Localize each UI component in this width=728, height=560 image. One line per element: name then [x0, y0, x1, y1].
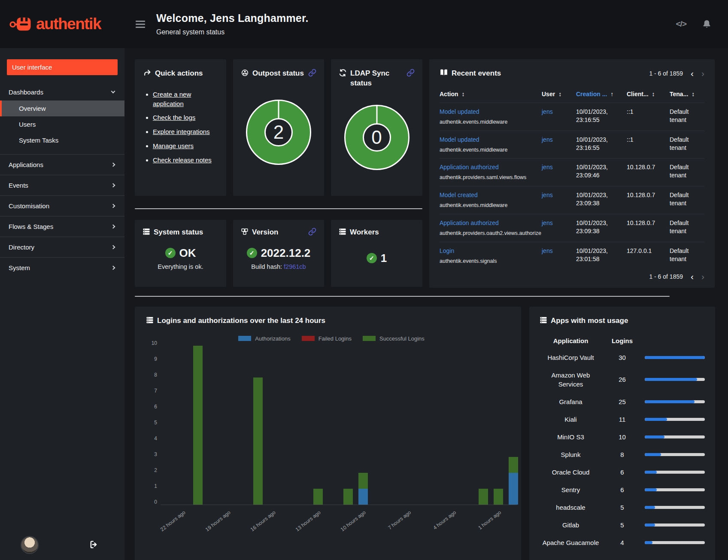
sidebar-section-events[interactable]: Events: [0, 175, 124, 195]
chart-bar-successful-logins: [358, 473, 368, 489]
hamburger-menu-icon[interactable]: [136, 21, 145, 28]
check-icon: ✓: [247, 248, 257, 258]
sidebar-item-overview[interactable]: Overview: [0, 100, 124, 116]
app-usage-row-oracle-cloud: Oracle Cloud6: [540, 463, 705, 481]
quick-action-link-check-the-logs[interactable]: Check the logs: [153, 114, 195, 121]
sort-icon: ↕: [652, 91, 655, 97]
event-context: authentik.events.middleware: [440, 202, 538, 209]
quick-action-link-create-a-new-application[interactable]: Create a new application: [153, 91, 191, 107]
app-logins-count: 6: [602, 469, 643, 476]
quick-action-link-manage-users[interactable]: Manage users: [153, 142, 194, 149]
app-usage-bar-track: [645, 453, 705, 456]
app-usage-bar-track: [645, 523, 705, 527]
app-logins-count: 26: [602, 376, 643, 383]
event-client-ip-cell: 10.128.0.7: [627, 186, 670, 214]
event-context: authentik.providers.saml.views.flows: [440, 174, 538, 181]
version-link-icon[interactable]: [308, 228, 316, 237]
quick-actions-title: Quick actions: [155, 69, 203, 79]
app-name: MinIO S3: [540, 432, 602, 441]
app-logins-count: 25: [602, 398, 643, 405]
sidebar-section-dashboards[interactable]: Dashboards: [0, 84, 124, 100]
system-status-title: System status: [154, 228, 203, 237]
event-action-link[interactable]: Model updated: [440, 136, 479, 143]
page-title: Welcome, Jens Langhammer.: [156, 12, 309, 24]
event-action-link[interactable]: Application authorized: [440, 219, 499, 226]
workers-value: 1: [381, 252, 387, 265]
event-action-link[interactable]: Model updated: [440, 108, 479, 115]
pagination-next-icon[interactable]: ›: [701, 274, 704, 280]
server-icon: [143, 228, 150, 235]
app-usage-bar-track: [645, 488, 705, 491]
notifications-bell-icon[interactable]: [702, 19, 712, 29]
quick-action-item: Check the logs: [153, 113, 218, 122]
app-usage-row-apache-guacamole: Apache Guacamole4: [540, 534, 705, 551]
sidebar-section-flows-stages[interactable]: Flows & Stages: [0, 216, 124, 237]
ldap-sync-value: 0: [346, 106, 408, 169]
event-user-link[interactable]: jens: [542, 247, 553, 254]
authentik-logo-icon: [9, 15, 33, 33]
event-user-cell: jens: [542, 158, 576, 186]
event-action-link[interactable]: Model created: [440, 192, 478, 198]
pagination-prev-icon[interactable]: ‹: [691, 274, 694, 280]
app-usage-bar-track: [645, 400, 705, 403]
app-logins-count: 5: [602, 504, 643, 511]
events-column-tena[interactable]: Tena...↕: [670, 87, 704, 103]
events-column-label: User: [542, 91, 555, 97]
chart-bar-successful-logins: [479, 489, 488, 505]
event-tenant-cell: Default tenant: [670, 186, 704, 214]
event-action-link[interactable]: Login: [440, 247, 454, 254]
quick-action-link-check-release-notes[interactable]: Check release notes: [153, 156, 212, 164]
event-action-link[interactable]: Application authorized: [440, 164, 499, 170]
sidebar-section-label: Applications: [9, 161, 43, 168]
sidebar-item-system-tasks[interactable]: System Tasks: [0, 132, 124, 148]
logins-chart-card: Logins and authorizations over the last …: [135, 307, 521, 560]
app-usage-row-hashicorp-vault: HashiCorp Vault30: [540, 349, 705, 366]
avatar[interactable]: [21, 537, 38, 553]
app-name: Oracle Cloud: [540, 468, 602, 477]
app-usage-bar-fill: [645, 453, 661, 456]
build-hash-link[interactable]: f2961cb: [284, 263, 306, 270]
quick-action-link-explore-integrations[interactable]: Explore integrations: [153, 128, 210, 135]
ldap-sync-link-icon[interactable]: [406, 69, 415, 78]
logout-icon[interactable]: [89, 540, 99, 551]
pagination-label: 1 - 6 of 1859: [649, 70, 683, 77]
event-user-link[interactable]: jens: [542, 108, 553, 115]
y-tick-label: 9: [154, 356, 157, 362]
sidebar-item-users[interactable]: Users: [0, 116, 124, 132]
apps-usage-card: Apps with most usage Application Logins …: [529, 307, 715, 560]
event-user-link[interactable]: jens: [542, 219, 553, 226]
pagination-prev-icon[interactable]: ‹: [691, 70, 694, 76]
event-user-link[interactable]: jens: [542, 192, 553, 198]
outpost-link-icon[interactable]: [308, 69, 316, 78]
events-column-label: Action: [440, 91, 458, 97]
brand-logo[interactable]: authentik: [0, 0, 124, 48]
events-column-client[interactable]: Client...↕: [627, 87, 670, 103]
event-action-cell: Loginauthentik.events.signals: [440, 242, 542, 270]
outpost-status-title: Outpost status: [252, 69, 304, 79]
sidebar-section-directory[interactable]: Directory: [0, 237, 124, 257]
event-action-cell: Model updatedauthentik.events.middleware: [440, 103, 542, 131]
sidebar-section-customisation[interactable]: Customisation: [0, 195, 124, 216]
pagination-next-icon[interactable]: ›: [701, 70, 704, 76]
events-column-label: Tena...: [670, 91, 688, 97]
event-user-link[interactable]: jens: [542, 164, 553, 170]
system-status-value: OK: [179, 247, 196, 260]
api-code-icon[interactable]: </>: [676, 19, 686, 29]
app-usage-bar-track: [645, 471, 705, 474]
user-interface-button[interactable]: User interface: [7, 59, 118, 75]
events-column-action[interactable]: Action↕: [440, 87, 542, 103]
brand-wordmark: authentik: [36, 15, 101, 33]
chart-x-axis: 22 hours ago19 hours ago16 hours ago13 h…: [161, 505, 521, 539]
event-user-link[interactable]: jens: [542, 136, 553, 143]
outpost-icon: [241, 69, 249, 77]
sidebar-section-system[interactable]: System: [0, 257, 124, 278]
x-tick-label: 19 hours ago: [204, 509, 232, 533]
chevron-right-icon: [111, 225, 115, 229]
sidebar-section-label: System: [9, 264, 30, 271]
events-column-creation[interactable]: Creation ...↑: [576, 87, 627, 103]
quick-actions-icon: [143, 69, 152, 77]
version-card: Version ✓: [233, 220, 324, 287]
divider: [135, 208, 422, 209]
sidebar-section-applications[interactable]: Applications: [0, 154, 124, 175]
events-column-user[interactable]: User↕: [542, 87, 576, 103]
